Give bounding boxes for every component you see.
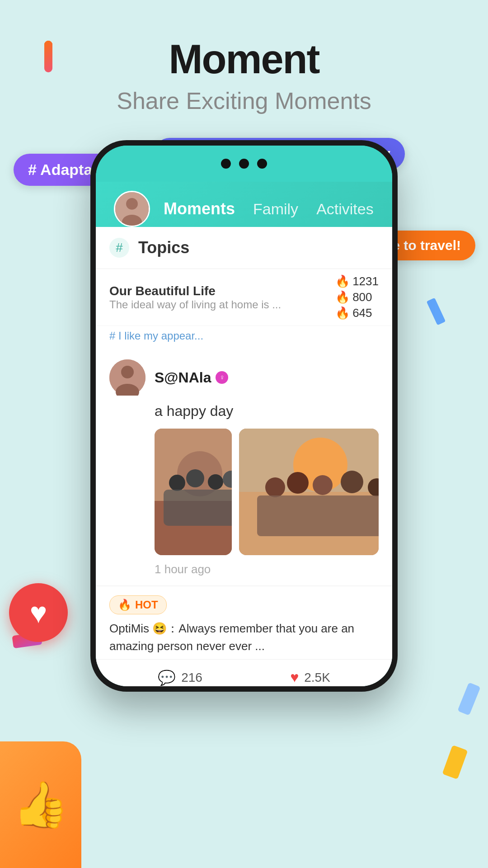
svg-point-21 xyxy=(287,472,309,494)
phone-notch xyxy=(96,146,392,182)
app-header-bar: Moments Family Activites xyxy=(96,182,392,227)
fire-count-1: 🔥 1231 xyxy=(335,274,379,288)
camera-array xyxy=(221,159,267,169)
post-time: 1 hour ago xyxy=(109,562,379,576)
svg-point-20 xyxy=(265,477,285,497)
svg-rect-25 xyxy=(257,495,379,536)
post-image-1 xyxy=(155,429,232,555)
post-text: a happy day xyxy=(109,403,379,420)
like-float-button[interactable]: ♥ xyxy=(9,583,68,642)
app-content-area: # Topics Our Beautiful Life The ideal wa… xyxy=(96,227,392,686)
camera-dot-3 xyxy=(257,159,267,169)
tab-family[interactable]: Family xyxy=(253,200,298,218)
hot-section: 🔥 HOT OptiMis 😆：Always remember that you… xyxy=(96,586,392,664)
camera-dot-2 xyxy=(239,159,249,169)
bottom-bar: 💬 216 ♥ 2.5K xyxy=(96,659,392,686)
page-title: Moment xyxy=(0,36,488,83)
topics-label: Topics xyxy=(138,238,189,257)
user-avatar[interactable] xyxy=(114,191,150,227)
tab-moments[interactable]: Moments xyxy=(164,199,235,218)
svg-point-14 xyxy=(208,474,223,490)
svg-point-7 xyxy=(121,366,134,378)
fire-count-2: 🔥 800 xyxy=(335,290,379,304)
page-subtitle: Share Exciting Moments xyxy=(0,87,488,114)
post-card: S@NAla ♀ a happy day xyxy=(96,346,392,585)
topics-icon: # xyxy=(109,238,129,258)
feed-row-1-title: Our Beautiful Life xyxy=(109,284,335,298)
page-header: Moment Share Exciting Moments xyxy=(0,0,488,114)
chat-stat: 💬 216 xyxy=(158,669,202,686)
fire-count-3: 🔥 645 xyxy=(335,306,379,320)
nav-tabs: Moments Family Activites xyxy=(164,199,374,218)
svg-point-13 xyxy=(186,469,204,487)
verified-icon: ♀ xyxy=(216,371,228,384)
thumb-decoration: 👍 xyxy=(0,741,81,868)
topics-bar[interactable]: # Topics xyxy=(96,227,392,269)
svg-rect-16 xyxy=(164,490,232,526)
feed-row-1-desc: The ideal way of living at home is ... xyxy=(109,298,335,311)
hot-badge: 🔥 HOT xyxy=(109,595,167,614)
phone-mockup: Moments Family Activites # Topics xyxy=(90,140,398,728)
svg-point-12 xyxy=(169,475,185,491)
post-avatar xyxy=(109,359,145,396)
post-images xyxy=(155,429,379,555)
svg-point-23 xyxy=(341,471,363,493)
post-image-2 xyxy=(239,429,379,555)
like-stat: ♥ 2.5K xyxy=(290,669,330,686)
tab-activites[interactable]: Activites xyxy=(316,200,374,218)
feed-rows: Our Beautiful Life The ideal way of livi… xyxy=(96,269,392,346)
phone-outer-frame: Moments Family Activites # Topics xyxy=(90,140,398,692)
post-header: S@NAla ♀ xyxy=(109,359,379,396)
svg-point-22 xyxy=(313,475,333,495)
feed-hash-item[interactable]: # I like my appear... xyxy=(96,326,392,346)
post-username: S@NAla ♀ xyxy=(155,369,228,386)
phone-screen: Moments Family Activites # Topics xyxy=(96,146,392,686)
svg-point-4 xyxy=(126,198,138,210)
feed-row-1[interactable]: Our Beautiful Life The ideal way of livi… xyxy=(96,269,392,326)
camera-dot-1 xyxy=(221,159,231,169)
hot-comment-text: OptiMis 😆：Always remember that you are a… xyxy=(109,620,379,655)
